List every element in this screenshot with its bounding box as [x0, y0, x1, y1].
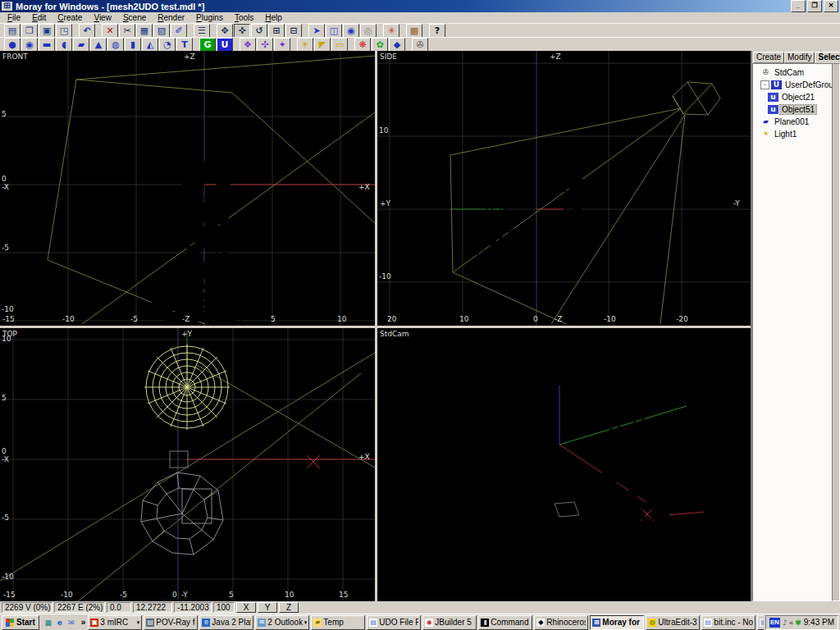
create-cone-button[interactable]: ▲: [90, 38, 107, 52]
menu-tools[interactable]: Tools: [229, 12, 259, 23]
task-group-arrow-icon[interactable]: ▾: [137, 619, 140, 626]
collapse-chevron-icon[interactable]: «: [789, 619, 794, 627]
internet-explorer-icon[interactable]: e: [55, 618, 65, 628]
cam-rook-wireframe[interactable]: [582, 352, 672, 533]
create-blob-button[interactable]: ◉: [21, 38, 38, 52]
menu-edit[interactable]: Edit: [26, 12, 52, 23]
material-editor-button[interactable]: ✿: [372, 38, 388, 52]
area-light-button[interactable]: ▭: [331, 38, 348, 52]
save-file-button[interactable]: ▣: [39, 24, 55, 38]
task-java-2-platf[interactable]: eJava 2 Platf...: [199, 615, 253, 630]
udo-import-button[interactable]: ◆: [389, 38, 405, 52]
task-command-p[interactable]: ▮Command P...: [478, 615, 532, 630]
create-torus-button[interactable]: ◔: [159, 38, 176, 52]
task-bit-inc-not[interactable]: ▤bit.inc - Not...: [701, 615, 756, 630]
cam-knight-wireframe[interactable]: [435, 368, 562, 571]
language-indicator[interactable]: EN: [769, 618, 780, 628]
paste-button[interactable]: ▧: [153, 24, 170, 38]
texture-editor-button[interactable]: ❋: [354, 38, 371, 52]
top-knight-wireframe[interactable]: [141, 472, 223, 555]
undo-button[interactable]: ↶: [79, 24, 95, 38]
bicubic-patch-button[interactable]: ❖: [240, 38, 256, 52]
create-sor-button[interactable]: ◍: [107, 38, 124, 52]
menu-view[interactable]: View: [88, 12, 117, 23]
restore-button[interactable]: ❐: [807, 0, 822, 12]
close-button[interactable]: ✕: [824, 0, 838, 12]
task-jbuilder-5[interactable]: ◉JBuilder 5 - ...: [422, 615, 477, 630]
minimize-button[interactable]: _: [791, 0, 806, 12]
side-rook-wireframe[interactable]: [471, 165, 522, 258]
outlook-express-icon[interactable]: ✉: [66, 618, 76, 628]
menu-render[interactable]: Render: [152, 12, 190, 23]
create-prism-button[interactable]: ▮: [125, 38, 141, 52]
side-viewport[interactable]: SIDE+Z10+Y-10-Y20100-Z-10-20: [377, 51, 751, 326]
task-bit-udo-w[interactable]: ▤bit.udo - W...: [757, 615, 764, 630]
quad-view-button[interactable]: ⊞: [268, 24, 285, 38]
translate-mode-button[interactable]: ➤: [308, 24, 325, 38]
top-rook-wireframe[interactable]: [144, 345, 230, 430]
rotate-tool-button[interactable]: ↺: [251, 24, 267, 38]
top-light-cross-marker[interactable]: [307, 455, 320, 468]
csg-union-button[interactable]: U: [217, 38, 233, 52]
tree-item-object51[interactable]: uObject51: [753, 103, 833, 116]
create-text-button[interactable]: T: [176, 38, 193, 52]
cut-button[interactable]: ✂: [119, 24, 135, 38]
csg-group-button[interactable]: G: [199, 38, 216, 52]
volume-icon[interactable]: ♪: [783, 619, 788, 627]
mesh-object-button[interactable]: ✦: [274, 38, 290, 52]
axis-x-button[interactable]: X: [236, 602, 256, 613]
point-light-button[interactable]: ☀: [297, 38, 313, 52]
move-tool-button[interactable]: ✜: [234, 24, 250, 38]
show-desktop-icon[interactable]: ▦: [43, 618, 53, 628]
tree-item-light1[interactable]: ☀Light1: [753, 128, 833, 140]
create-box-button[interactable]: ▰: [73, 38, 89, 52]
copy-button[interactable]: ▦: [136, 24, 153, 38]
spot-light-button[interactable]: ◤: [314, 38, 331, 52]
task-udo-file-fo[interactable]: ▤UDO File Fo...: [367, 615, 421, 630]
task-temp[interactable]: ▰Temp: [311, 615, 365, 630]
open-file-button[interactable]: ❐: [21, 24, 38, 38]
single-view-button[interactable]: ⊟: [285, 24, 302, 38]
orbit-disabled-button[interactable]: ◎: [360, 24, 377, 38]
panel-scrollbar[interactable]: [832, 63, 840, 601]
tree-expander[interactable]: -: [760, 80, 769, 89]
front-viewport[interactable]: FRONT+Z50-X-5-10-15-10-5-Z510+X: [0, 51, 375, 326]
start-button[interactable]: Start: [2, 615, 39, 630]
axis-z-button[interactable]: Z: [279, 602, 299, 613]
menu-help[interactable]: Help: [259, 12, 288, 23]
viewpoint-button[interactable]: ◫: [326, 24, 342, 38]
task-ultraedit-32[interactable]: ◍UltraEdit-32: [646, 615, 700, 630]
task-group-arrow-icon[interactable]: ▾: [304, 619, 308, 626]
side-camera-wireframe[interactable]: [673, 82, 720, 115]
top-viewport[interactable]: TOP+Y1050-X-5-10+X-15-10-50-Y51015: [0, 328, 375, 601]
messenger-icon[interactable]: ✾: [795, 619, 801, 627]
render-bitmap-button[interactable]: ▩: [406, 24, 422, 38]
task-rhinoceros[interactable]: ◆Rhinoceros ...: [534, 615, 588, 630]
sweep-button[interactable]: ☰: [194, 24, 210, 38]
menu-create[interactable]: Create: [52, 12, 88, 23]
tab-modify[interactable]: Modify: [784, 52, 815, 63]
task-pov-ray-fo[interactable]: ▤POV-Ray fo...: [144, 615, 198, 630]
task-moray-for[interactable]: ⊞Moray for ...: [590, 615, 644, 630]
task-3-mirc[interactable]: ▣3 mIRC▾: [88, 615, 142, 630]
tab-create[interactable]: Create: [753, 52, 784, 63]
orbit-button[interactable]: ◉: [343, 24, 359, 38]
quicklaunch-chevron-icon[interactable]: »: [80, 618, 87, 627]
task-2-outlook[interactable]: ✉2 Outlook ...▾: [255, 615, 309, 630]
delete-button[interactable]: ✕: [102, 24, 118, 38]
tab-select[interactable]: Select: [815, 52, 840, 63]
create-cylinder-button[interactable]: ▬: [39, 38, 55, 52]
axis-y-button[interactable]: Y: [258, 602, 277, 613]
new-file-button[interactable]: ▤: [4, 24, 21, 38]
tree-item-object21[interactable]: uObject21: [753, 91, 833, 103]
tree-item-userdefgroup1[interactable]: -UUserDefGroup1: [753, 79, 833, 91]
menu-plugins[interactable]: Plugins: [190, 12, 229, 23]
clock[interactable]: 9:43 PM: [804, 618, 834, 627]
stdcam-viewport[interactable]: StdCam: [377, 328, 751, 601]
preview-button[interactable]: ◳: [56, 24, 72, 38]
create-disc-button[interactable]: ◖: [56, 38, 72, 52]
heightfield-button[interactable]: ✣: [257, 38, 273, 52]
help-button[interactable]: ?: [429, 24, 445, 38]
tree-item-plane001[interactable]: ▰Plane001: [753, 116, 833, 128]
pan-tool-button[interactable]: ✥: [217, 24, 233, 38]
